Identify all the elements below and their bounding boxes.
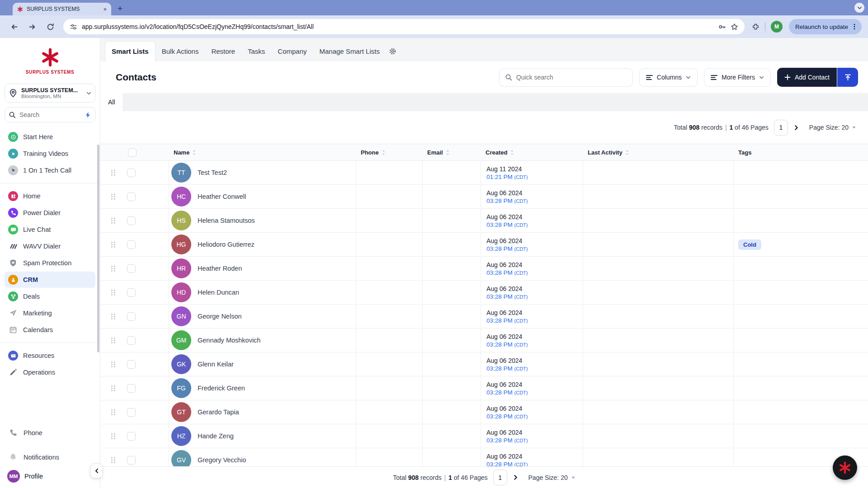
sidebar-item-notifications[interactable]: Notifications xyxy=(5,448,95,466)
created-time[interactable]: 03:28 PM (CDT) xyxy=(486,461,528,467)
tab-search-button[interactable] xyxy=(854,3,864,13)
contact-name[interactable]: Helena Stamoutsos xyxy=(198,217,255,224)
column-header-tags[interactable]: Tags xyxy=(734,144,868,160)
sidebar-item-calendars[interactable]: Calendars xyxy=(5,322,95,338)
drag-handle-icon[interactable] xyxy=(110,169,116,176)
browser-tab[interactable]: SURPLUS SYSTEMS × xyxy=(13,3,111,15)
sidebar-collapse-button[interactable] xyxy=(90,464,103,478)
page-size-select[interactable]: Page Size: 20 xyxy=(809,124,856,131)
row-checkbox[interactable] xyxy=(127,408,136,417)
drag-handle-icon[interactable] xyxy=(110,457,116,464)
select-all-checkbox[interactable] xyxy=(128,148,137,157)
gear-icon[interactable] xyxy=(386,47,399,61)
sidebar-item-profile[interactable]: MM Profile xyxy=(5,466,95,483)
sidebar-item-spam-protection[interactable]: Spam Protection xyxy=(5,255,95,271)
drag-handle-icon[interactable] xyxy=(110,241,116,248)
row-checkbox[interactable] xyxy=(127,432,136,441)
url-text[interactable]: app.surplussystems.io/v2/location/fqD5Cs… xyxy=(82,23,714,30)
table-row[interactable]: HSHelena StamoutsosAug 06 202403:28 PM (… xyxy=(100,209,868,233)
add-contact-button[interactable]: Add Contact xyxy=(777,68,837,87)
reload-button[interactable] xyxy=(42,19,58,34)
forward-button[interactable] xyxy=(24,19,40,34)
table-row[interactable]: HRHeather RodenAug 06 202403:28 PM (CDT) xyxy=(100,257,868,281)
table-row[interactable]: HZHande ZengAug 06 202403:28 PM (CDT) xyxy=(100,424,868,448)
row-checkbox[interactable] xyxy=(127,240,136,249)
contact-name[interactable]: Hande Zeng xyxy=(198,432,234,440)
row-checkbox[interactable] xyxy=(127,264,136,273)
contact-name[interactable]: Frederick Green xyxy=(198,385,245,392)
tab-tasks[interactable]: Tasks xyxy=(241,42,271,61)
sort-icon[interactable] xyxy=(192,150,196,155)
next-page-button[interactable] xyxy=(793,125,799,131)
back-button[interactable] xyxy=(6,19,22,34)
extensions-icon[interactable] xyxy=(752,23,760,31)
sort-icon[interactable] xyxy=(625,150,629,155)
location-switcher[interactable]: SURPLUS SYSTEM... Bloomington, MN xyxy=(5,84,95,103)
sidebar-item-live-chat[interactable]: Live Chat xyxy=(5,221,95,238)
created-time[interactable]: 03:28 PM (CDT) xyxy=(486,245,528,252)
table-row[interactable]: GTGerardo TapiaAug 06 202403:28 PM (CDT) xyxy=(100,400,868,424)
sidebar-search[interactable] xyxy=(5,107,95,122)
quick-actions-bolt-icon[interactable] xyxy=(85,112,91,118)
row-checkbox[interactable] xyxy=(127,384,136,393)
url-bar[interactable]: app.surplussystems.io/v2/location/fqD5Cs… xyxy=(63,19,745,34)
close-tab-icon[interactable]: × xyxy=(103,6,107,13)
sort-icon[interactable] xyxy=(382,150,386,155)
next-page-button[interactable] xyxy=(513,474,519,480)
relaunch-to-update-button[interactable]: Relaunch to update xyxy=(789,19,862,34)
row-checkbox[interactable] xyxy=(127,360,136,369)
created-time[interactable]: 03:28 PM (CDT) xyxy=(486,341,528,348)
created-time[interactable]: 01:21 PM (CDT) xyxy=(486,174,528,180)
brand-floating-button[interactable] xyxy=(833,455,857,480)
created-time[interactable]: 03:28 PM (CDT) xyxy=(486,437,528,444)
row-checkbox[interactable] xyxy=(127,216,136,225)
contact-name[interactable]: Heather Roden xyxy=(198,265,242,272)
row-checkbox[interactable] xyxy=(127,336,136,345)
contact-name[interactable]: Test Test2 xyxy=(198,169,227,176)
browser-profile-avatar[interactable]: M xyxy=(771,21,783,33)
drag-handle-icon[interactable] xyxy=(110,313,116,320)
table-row[interactable]: TTTest Test2Aug 11 202401:21 PM (CDT) xyxy=(100,161,868,185)
smart-list-tab-all[interactable]: All xyxy=(100,93,123,111)
row-checkbox[interactable] xyxy=(127,169,136,177)
new-tab-button[interactable]: + xyxy=(118,4,123,14)
contact-name[interactable]: Gerardo Tapia xyxy=(198,408,239,416)
sidebar-item-operations[interactable]: Operations xyxy=(5,364,95,380)
created-time[interactable]: 03:28 PM (CDT) xyxy=(486,413,528,420)
column-header-last-activity[interactable]: Last Activity xyxy=(583,144,734,160)
sidebar-item-start-here[interactable]: Start Here xyxy=(5,129,95,145)
quick-search[interactable] xyxy=(499,68,633,87)
sidebar-item-1-on-1-tech-call[interactable]: 1 On 1 Tech Call xyxy=(5,162,95,178)
page-number-box[interactable]: 1 xyxy=(493,469,507,485)
created-time[interactable]: 03:28 PM (CDT) xyxy=(486,365,528,372)
column-header-email[interactable]: Email xyxy=(423,144,481,160)
column-header-created[interactable]: Created xyxy=(481,144,583,160)
contact-name[interactable]: Gregory Vecchio xyxy=(198,456,246,464)
table-row[interactable]: GNGeorge NelsonAug 06 202403:28 PM (CDT) xyxy=(100,305,868,328)
drag-handle-icon[interactable] xyxy=(110,385,116,392)
row-checkbox[interactable] xyxy=(127,288,136,297)
table-row[interactable]: FGFrederick GreenAug 06 202403:28 PM (CD… xyxy=(100,376,868,400)
sidebar-item-deals[interactable]: Deals xyxy=(5,288,95,305)
scrollbar[interactable] xyxy=(97,145,99,352)
drag-handle-icon[interactable] xyxy=(110,361,116,368)
tab-smart-lists[interactable]: Smart Lists xyxy=(105,41,156,61)
sidebar-search-input[interactable] xyxy=(19,111,81,118)
tab-manage-smart-lists[interactable]: Manage Smart Lists xyxy=(313,42,386,61)
bookmark-star-icon[interactable] xyxy=(731,23,738,31)
column-header-name[interactable]: Name xyxy=(169,144,356,160)
created-time[interactable]: 03:28 PM (CDT) xyxy=(486,293,528,300)
drag-handle-icon[interactable] xyxy=(110,433,116,440)
sidebar-item-wavv-dialer[interactable]: WAVV Dialer xyxy=(5,238,95,254)
drag-handle-icon[interactable] xyxy=(110,217,116,224)
browser-menu-icon[interactable] xyxy=(851,23,858,30)
columns-button[interactable]: Columns xyxy=(639,68,698,87)
drag-handle-icon[interactable] xyxy=(110,409,116,416)
drag-handle-icon[interactable] xyxy=(110,289,116,296)
contact-name[interactable]: Helen Duncan xyxy=(198,289,239,296)
row-checkbox[interactable] xyxy=(127,456,136,465)
drag-handle-icon[interactable] xyxy=(110,265,116,272)
page-size-select[interactable]: Page Size: 20 xyxy=(528,474,576,481)
sidebar-item-phone[interactable]: Phone xyxy=(5,424,95,442)
created-time[interactable]: 03:28 PM (CDT) xyxy=(486,221,528,228)
